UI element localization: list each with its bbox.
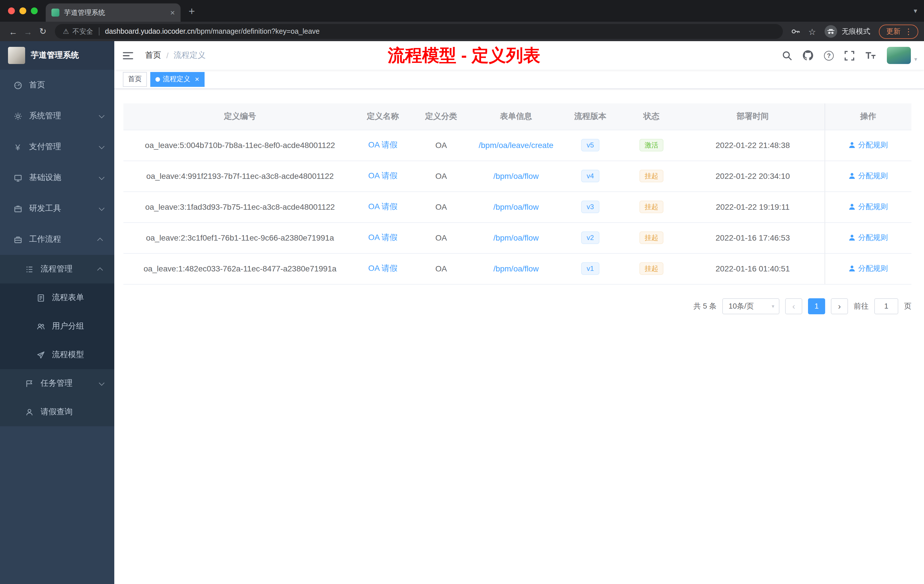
- tab-search-chevron-icon[interactable]: ▾: [914, 7, 917, 15]
- breadcrumb-home[interactable]: 首页: [145, 50, 161, 61]
- assign-rule-link[interactable]: 分配规则: [848, 171, 888, 181]
- sidebar-item-label: 基础设施: [29, 173, 92, 183]
- sidebar-item-infra[interactable]: 基础设施: [0, 162, 114, 193]
- col-definition-id: 定义编号: [124, 104, 356, 130]
- sidebar-logo[interactable]: 芋道管理系统: [0, 41, 114, 70]
- sidebar-item-label: 流程管理: [41, 264, 92, 274]
- page-unit-label: 页: [904, 301, 911, 311]
- key-icon[interactable]: [790, 27, 800, 36]
- user-avatar[interactable]: [887, 47, 911, 64]
- list-icon: [25, 265, 34, 274]
- goto-label: 前往: [854, 301, 869, 311]
- prev-page-button[interactable]: ‹: [785, 298, 802, 314]
- browser-update-button[interactable]: 更新 ⋮: [879, 24, 918, 39]
- update-label: 更新: [886, 26, 901, 36]
- page-number-button[interactable]: 1: [808, 298, 825, 314]
- breadcrumb: 首页 / 流程定义: [145, 50, 206, 61]
- pagination: 共 5 条 10条/页 ▾ ‹ 1 › 前往 页: [124, 298, 911, 314]
- sidebar-item-workflow[interactable]: 工作流程: [0, 224, 114, 255]
- tag-home[interactable]: 首页: [123, 72, 147, 87]
- sidebar: 芋道管理系统 首页 系统管理 ¥ 支付管理: [0, 41, 114, 584]
- avatar-caret-icon[interactable]: ▾: [914, 56, 917, 62]
- new-tab-button[interactable]: +: [188, 5, 195, 16]
- page-size-select[interactable]: 10条/页 ▾: [722, 298, 779, 314]
- sidebar-item-devtools[interactable]: 研发工具: [0, 193, 114, 224]
- flag-icon: [25, 379, 34, 388]
- sidebar-item-task-mgmt[interactable]: 任务管理: [0, 369, 114, 398]
- search-icon[interactable]: [782, 51, 792, 60]
- assign-rule-link[interactable]: 分配规则: [848, 264, 888, 274]
- assign-rule-link[interactable]: 分配规则: [848, 202, 888, 212]
- annotation-title: 流程模型 - 定义列表: [388, 44, 540, 68]
- definition-id: oa_leave:3:1fad3d93-7b75-11ec-a3c8-acde4…: [124, 191, 356, 222]
- sidebar-item-leave-query[interactable]: 请假查询: [0, 398, 114, 426]
- minimize-window-button[interactable]: [20, 7, 26, 14]
- sidebar-item-process-form[interactable]: 流程表单: [0, 284, 114, 312]
- close-window-button[interactable]: [8, 7, 15, 14]
- help-icon[interactable]: ?: [824, 51, 834, 60]
- back-icon[interactable]: ←: [6, 26, 21, 36]
- definition-name-link[interactable]: OA 请假: [368, 264, 398, 272]
- bookmark-star-icon[interactable]: ☆: [808, 27, 816, 36]
- tab-close-icon[interactable]: ×: [170, 8, 175, 16]
- incognito-icon: [825, 25, 837, 38]
- definition-name-link[interactable]: OA 请假: [368, 140, 398, 149]
- fullscreen-icon[interactable]: [845, 51, 854, 60]
- version-badge: v1: [581, 262, 599, 275]
- sidebar-item-process-model[interactable]: 流程模型: [0, 341, 114, 369]
- incognito-label: 无痕模式: [842, 26, 870, 36]
- definition-category: OA: [409, 160, 473, 191]
- person-icon: [848, 234, 855, 241]
- assign-rule-link[interactable]: 分配规则: [848, 233, 888, 243]
- form-link[interactable]: /bpm/oa/flow: [493, 202, 539, 211]
- tag-close-icon[interactable]: ×: [195, 76, 199, 83]
- chevron-up-icon: [97, 267, 103, 273]
- definition-name-link[interactable]: OA 请假: [368, 171, 398, 180]
- forward-icon[interactable]: →: [21, 26, 35, 36]
- definition-name-link[interactable]: OA 请假: [368, 233, 398, 242]
- browser-toolbar: ← → ↻ ⚠ 不安全 dashboard.yudao.iocoder.cn/b…: [0, 22, 924, 41]
- assign-rule-link[interactable]: 分配规则: [848, 140, 888, 150]
- form-link[interactable]: /bpm/oa/flow: [493, 264, 539, 273]
- total-count: 共 5 条: [693, 301, 716, 311]
- font-size-icon[interactable]: [865, 51, 876, 60]
- page-content: 定义编号 定义名称 定义分类 表单信息 流程版本 状态 部署时间 操作 oa_l: [114, 89, 924, 314]
- definition-id: oa_leave:1:482ec033-762a-11ec-8477-a2380…: [124, 253, 356, 284]
- reload-icon[interactable]: ↻: [35, 26, 50, 36]
- main-area: 首页 / 流程定义 流程模型 - 定义列表 ?: [114, 41, 924, 584]
- top-navbar: 首页 / 流程定义 流程模型 - 定义列表 ?: [114, 41, 924, 70]
- sidebar-item-label: 流程模型: [52, 350, 103, 360]
- definition-name-link[interactable]: OA 请假: [368, 202, 398, 211]
- sidebar-item-payment[interactable]: ¥ 支付管理: [0, 132, 114, 162]
- deploy-time: 2022-01-22 20:34:10: [681, 160, 825, 191]
- col-definition-name: 定义名称: [356, 104, 409, 130]
- browser-tabstrip: 芋道管理系统 × + ▾: [0, 0, 924, 22]
- sidebar-item-home[interactable]: 首页: [0, 70, 114, 101]
- browser-menu-icon[interactable]: ⋮: [904, 27, 912, 36]
- zoom-window-button[interactable]: [31, 7, 38, 14]
- hamburger-icon[interactable]: [114, 51, 142, 60]
- page-size-value: 10条/页: [729, 301, 754, 311]
- tab-title: 芋道管理系统: [64, 8, 166, 17]
- goto-page-input[interactable]: [874, 298, 898, 314]
- process-mgmt-submenu: 流程表单 用户分组 流程模型: [0, 284, 114, 369]
- form-link[interactable]: /bpm/oa/leave/create: [478, 140, 553, 150]
- tag-process-definition[interactable]: 流程定义 ×: [150, 72, 204, 87]
- definition-category: OA: [409, 130, 473, 160]
- sidebar-item-user-group[interactable]: 用户分组: [0, 312, 114, 341]
- breadcrumb-current: 流程定义: [174, 50, 206, 61]
- toolbar-right: ☆ 无痕模式 更新 ⋮: [790, 24, 918, 39]
- toolbox-icon: [13, 204, 22, 213]
- github-icon[interactable]: [803, 50, 813, 61]
- deploy-time: 2022-01-22 21:48:38: [681, 130, 825, 160]
- sidebar-item-process-mgmt[interactable]: 流程管理: [0, 255, 114, 284]
- sidebar-item-label: 系统管理: [29, 111, 92, 121]
- address-bar[interactable]: ⚠ 不安全 dashboard.yudao.iocoder.cn/bpm/man…: [55, 24, 782, 39]
- browser-tab[interactable]: 芋道管理系统 ×: [46, 3, 181, 22]
- form-link[interactable]: /bpm/oa/flow: [493, 172, 539, 181]
- version-badge: v3: [581, 201, 599, 213]
- form-link[interactable]: /bpm/oa/flow: [493, 233, 539, 242]
- sidebar-item-system[interactable]: 系统管理: [0, 101, 114, 132]
- sidebar-item-label: 流程表单: [52, 292, 103, 303]
- next-page-button[interactable]: ›: [831, 298, 848, 314]
